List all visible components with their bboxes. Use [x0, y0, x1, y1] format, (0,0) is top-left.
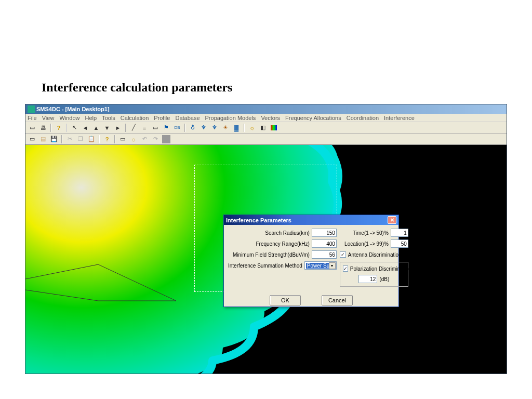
- menu-view[interactable]: View: [42, 115, 55, 121]
- copy-icon[interactable]: ❐: [76, 135, 85, 144]
- menu-file[interactable]: File: [28, 115, 37, 121]
- menu-propagation[interactable]: Propagation Models: [205, 115, 256, 121]
- antenna-disc-label: Antenna Discrimination: [348, 252, 402, 258]
- toolbar-2: ▭ ▤ 💾 ✂ ❐ 📋 ? ▭ ☼ ↶ ↷: [25, 134, 507, 145]
- toolbar-1: ▭ 🖶 ? ↖ ◄ ▲ ▼ ► ╱ ≡ ▭ ⚑ DB ♁ ♆ ♆ ☀ ▓ ☼ ◧: [25, 122, 507, 134]
- menu-coordination[interactable]: Coordination: [347, 115, 379, 121]
- arrow-up-icon[interactable]: ▲: [91, 123, 101, 132]
- open-icon[interactable]: ▤: [38, 135, 48, 144]
- help2-icon[interactable]: ?: [102, 135, 112, 144]
- mast-icon[interactable]: ▓: [232, 123, 241, 132]
- sum-method-select[interactable]: Power Sum ▾: [304, 261, 337, 270]
- menu-profile[interactable]: Profile: [154, 115, 170, 121]
- time-label: Time(1 -> 50)%: [353, 230, 389, 236]
- dialog-title: Interference Parameters: [226, 217, 291, 223]
- sun2-icon[interactable]: ☼: [129, 135, 138, 144]
- antenna-disc-checkbox[interactable]: ✓: [340, 251, 346, 258]
- ok-button[interactable]: OK: [270, 295, 301, 305]
- arrow-right-icon[interactable]: ►: [113, 123, 123, 132]
- menu-vectors[interactable]: Vectors: [261, 115, 280, 121]
- polyline-icon[interactable]: ≡: [140, 123, 149, 132]
- polarization-db-input[interactable]: [358, 275, 377, 283]
- print-icon[interactable]: 🖶: [38, 123, 48, 132]
- paste-icon[interactable]: 📋: [87, 135, 96, 144]
- color-icon[interactable]: ◧: [258, 123, 268, 132]
- pointer-icon[interactable]: ↖: [70, 123, 79, 132]
- line-icon[interactable]: ╱: [129, 123, 138, 132]
- tower1-icon[interactable]: ♆: [199, 123, 208, 132]
- search-radius-label: Search Radius(km): [265, 230, 310, 236]
- separator: [125, 124, 126, 132]
- min-fs-input[interactable]: [312, 250, 337, 259]
- redo-icon[interactable]: ↷: [151, 135, 160, 144]
- polarization-disc-checkbox[interactable]: ✓: [343, 265, 348, 272]
- antenna-icon[interactable]: ♁: [188, 123, 197, 132]
- db-icon[interactable]: DB: [172, 123, 182, 132]
- menu-interference[interactable]: Interference: [384, 115, 415, 121]
- separator: [66, 124, 67, 132]
- tower2-icon[interactable]: ♆: [210, 123, 219, 132]
- sum-method-label: Interference Summation Method: [228, 263, 302, 269]
- dialog-body: Search Radius(km) Frequency Range(kHz) M…: [224, 225, 398, 292]
- dialog-titlebar: Interference Parameters ✕: [224, 215, 398, 225]
- separator: [50, 124, 51, 132]
- app-titlebar: SMS4DC - [Main Desktop1]: [25, 104, 507, 114]
- separator: [114, 135, 115, 143]
- save-icon[interactable]: 💾: [49, 135, 59, 144]
- cut-icon[interactable]: ✂: [65, 135, 74, 144]
- polarization-db-unit: (dB): [379, 276, 389, 282]
- menu-window[interactable]: Window: [59, 115, 79, 121]
- polarization-disc-label: Polarization Discrimination: [350, 266, 411, 272]
- slide-title: Interference calculation parameters: [42, 81, 232, 95]
- separator: [99, 135, 100, 143]
- menu-database[interactable]: Database: [175, 115, 200, 121]
- beacon-icon[interactable]: ☀: [221, 123, 230, 132]
- flag-icon[interactable]: ⚑: [162, 123, 171, 132]
- separator: [244, 124, 245, 132]
- chevron-down-icon[interactable]: ▾: [329, 262, 336, 269]
- help-icon[interactable]: ?: [54, 123, 63, 132]
- freq-range-label: Frequency Range(kHz): [256, 241, 309, 247]
- search-radius-input[interactable]: [312, 229, 337, 237]
- location-input[interactable]: [391, 240, 408, 248]
- new2-icon[interactable]: ▭: [28, 135, 37, 144]
- new-icon[interactable]: ▭: [28, 123, 37, 132]
- palette-icon[interactable]: [269, 123, 278, 132]
- location-label: Location(1 -> 99)%: [344, 241, 389, 247]
- separator: [184, 124, 185, 132]
- menu-calculation[interactable]: Calculation: [121, 115, 149, 121]
- sum-method-value: Power Sum: [306, 263, 329, 269]
- separator: [61, 135, 62, 143]
- undo-icon[interactable]: ↶: [140, 135, 149, 144]
- grey-icon[interactable]: [162, 135, 171, 144]
- freq-range-input[interactable]: [312, 240, 337, 248]
- time-input[interactable]: [391, 229, 408, 237]
- app-icon: [28, 105, 35, 113]
- arrow-down-icon[interactable]: ▼: [102, 123, 112, 132]
- select-rect-icon[interactable]: ▭: [118, 135, 127, 144]
- rect-icon[interactable]: ▭: [151, 123, 160, 132]
- close-icon[interactable]: ✕: [388, 216, 396, 224]
- menu-tools[interactable]: Tools: [102, 115, 115, 121]
- menu-help[interactable]: Help: [85, 115, 97, 121]
- app-title: SMS4DC - [Main Desktop1]: [36, 106, 110, 112]
- polarization-fieldset: ✓ Polarization Discrimination (dB): [340, 262, 408, 287]
- menu-freq-alloc[interactable]: Frequency Allocations: [285, 115, 341, 121]
- cancel-button[interactable]: Cancel: [322, 295, 353, 305]
- arrow-left-icon[interactable]: ◄: [81, 123, 90, 132]
- min-fs-label: Minimum Field Strength(dBuV/m): [233, 252, 310, 258]
- sun-icon[interactable]: ☼: [247, 123, 257, 132]
- menubar: File View Window Help Tools Calculation …: [25, 114, 507, 122]
- dialog-buttons: OK Cancel: [224, 293, 398, 307]
- interference-dialog: Interference Parameters ✕ Search Radius(…: [223, 215, 399, 307]
